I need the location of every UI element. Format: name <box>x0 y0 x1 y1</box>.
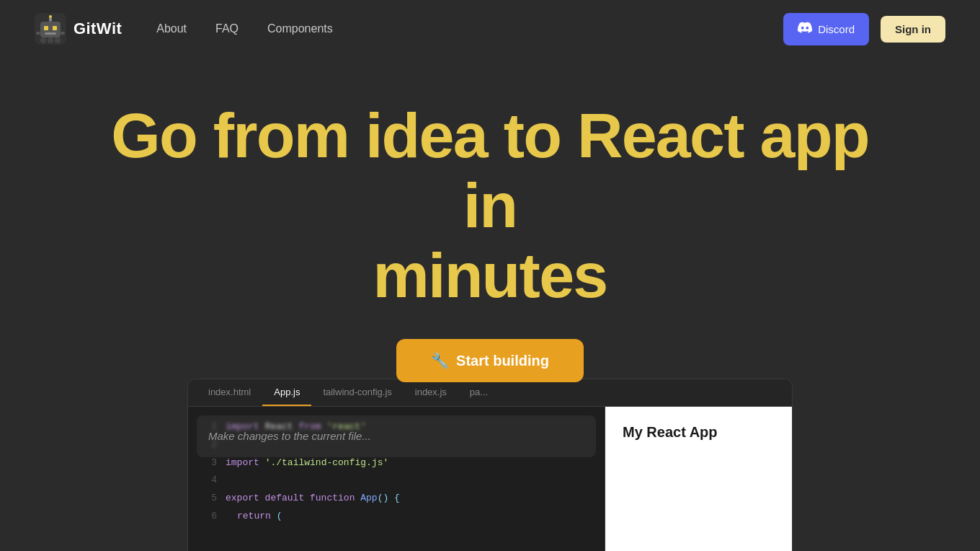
svg-point-11 <box>55 38 61 43</box>
svg-rect-2 <box>44 26 48 30</box>
nav-links: About FAQ Components <box>156 22 333 35</box>
svg-point-9 <box>40 38 46 43</box>
discord-label: Discord <box>818 23 855 35</box>
code-line-4: 4 <box>188 472 605 490</box>
svg-rect-4 <box>45 32 56 35</box>
hero-section: Go from idea to React app in minutes 🔧 S… <box>0 58 980 382</box>
svg-point-6 <box>49 15 52 18</box>
code-preview-wrapper: index.html App.js tailwind-config.js ind… <box>187 379 793 551</box>
code-line-6: 6 return ( <box>188 508 605 526</box>
code-line-5: 5 export default function App() { <box>188 490 605 508</box>
svg-rect-7 <box>36 32 40 35</box>
navbar-left: GitWit About FAQ Components <box>35 13 333 45</box>
discord-button[interactable]: Discord <box>783 13 869 45</box>
code-preview: index.html App.js tailwind-config.js ind… <box>187 379 793 551</box>
tab-app-js[interactable]: App.js <box>262 379 311 406</box>
tab-index-js[interactable]: index.js <box>404 379 458 406</box>
code-body: Make changes to the current file... 1 im… <box>188 407 792 551</box>
app-preview-panel: My React App <box>605 407 792 551</box>
code-overlay-text: Make changes to the current file... <box>208 430 371 442</box>
code-editor: Make changes to the current file... 1 im… <box>188 407 605 551</box>
discord-icon <box>798 20 812 38</box>
hero-title: Go from idea to React app in minutes <box>94 101 886 310</box>
hero-title-line2: minutes <box>373 239 607 311</box>
svg-rect-1 <box>40 22 61 38</box>
nav-link-about[interactable]: About <box>156 22 187 35</box>
code-overlay[interactable]: Make changes to the current file... <box>197 415 596 457</box>
tab-pa[interactable]: pa... <box>458 379 499 406</box>
svg-rect-8 <box>61 32 65 35</box>
app-preview-title: My React App <box>623 424 718 441</box>
cta-emoji: 🔧 <box>431 352 449 369</box>
svg-point-10 <box>48 38 53 43</box>
signin-button[interactable]: Sign in <box>881 16 945 43</box>
nav-link-faq[interactable]: FAQ <box>215 22 239 35</box>
logo-text: GitWit <box>74 19 122 38</box>
tab-index-html[interactable]: index.html <box>197 379 262 406</box>
code-tabs: index.html App.js tailwind-config.js ind… <box>188 379 792 407</box>
cta-button[interactable]: 🔧 Start building <box>396 339 584 382</box>
nav-link-components[interactable]: Components <box>267 22 333 35</box>
cta-label: Start building <box>456 353 549 369</box>
navbar-right: Discord Sign in <box>783 13 945 45</box>
tab-tailwind-config[interactable]: tailwind-config.js <box>311 379 403 406</box>
navbar: GitWit About FAQ Components Discord Sign… <box>0 0 980 58</box>
hero-title-line1: Go from idea to React app in <box>111 100 868 241</box>
svg-rect-3 <box>53 26 57 30</box>
logo[interactable]: GitWit <box>35 13 122 45</box>
logo-icon <box>35 13 66 45</box>
